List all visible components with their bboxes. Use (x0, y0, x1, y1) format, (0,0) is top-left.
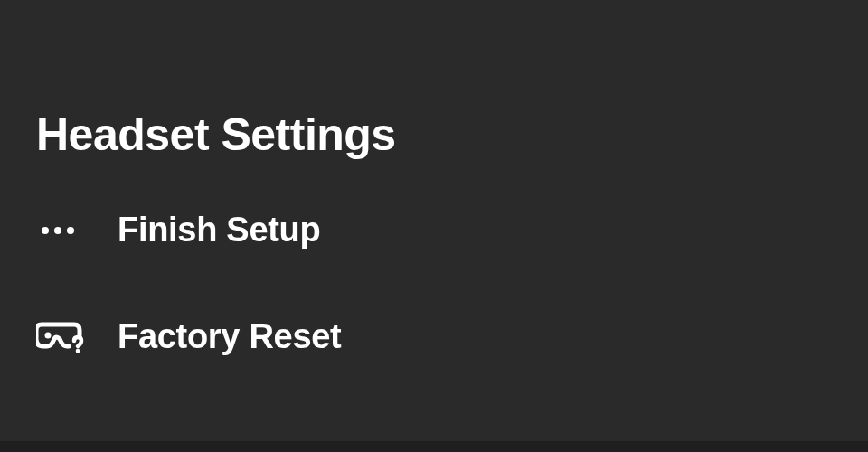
menu-item-factory-reset[interactable]: Factory Reset (36, 317, 868, 356)
svg-point-0 (45, 332, 52, 338)
page-title: Headset Settings (36, 108, 868, 161)
menu-item-finish-setup[interactable]: Finish Setup (36, 211, 868, 250)
settings-panel: Headset Settings Finish Setup Factory Re… (0, 0, 868, 356)
headset-reset-icon (36, 319, 90, 355)
menu-item-label: Factory Reset (118, 317, 341, 356)
more-dots-icon (36, 227, 90, 234)
menu-item-label: Finish Setup (118, 211, 320, 250)
bottom-divider (0, 441, 868, 452)
